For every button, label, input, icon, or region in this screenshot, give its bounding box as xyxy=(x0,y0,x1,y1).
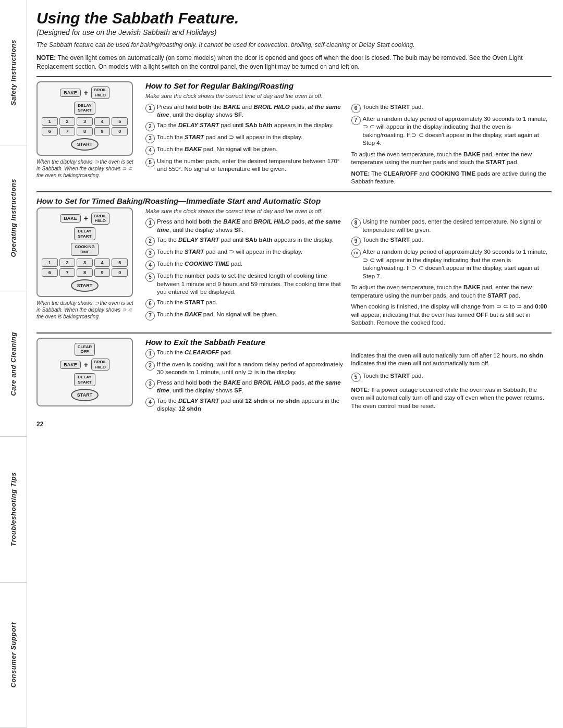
step-num-3-5: 5 xyxy=(351,373,361,382)
step3-1: 1 Touch the CLEAR/OFF pad. xyxy=(145,349,346,359)
section1: BAKE + BROILHI/LO DELAYSTART 1 2 3 4 5 6… xyxy=(36,76,552,186)
sidebar-label-troubleshooting: Troubleshooting Tips xyxy=(9,472,17,546)
step-num-1-7: 7 xyxy=(351,116,361,125)
section3-steps-left: 1 Touch the CLEAR/OFF pad. 2 If the oven… xyxy=(145,349,346,415)
plus-sign-3: + xyxy=(84,361,88,369)
step-num-2-9: 9 xyxy=(351,237,361,246)
step2-3: 3 Touch the START pad and ⊃ will appear … xyxy=(145,248,346,258)
step3-4: 4 Tap the DELAY START pad until 12 shdn … xyxy=(145,397,346,413)
delay-btn-3: DELAYSTART xyxy=(74,373,95,386)
step-num-3-4: 4 xyxy=(145,398,155,407)
step-text-2-5: Touch the number pads to set the desired… xyxy=(157,272,346,297)
num-6-2: 6 xyxy=(42,268,58,277)
step1-7: 7 After a random delay period of approxi… xyxy=(351,115,552,147)
num-0-1: 0 xyxy=(112,127,128,135)
broil-btn-3: BROILHI/LO xyxy=(91,359,109,371)
section3-right: How to Exit the Sabbath Feature 1 Touch … xyxy=(145,338,552,415)
oven-diagram-3: CLEAROFF BAKE + BROILHI/LO DELAYSTART ST… xyxy=(36,338,133,407)
delay-btn-2: DELAYSTART xyxy=(74,227,95,240)
numpad-2: 1 2 3 4 5 6 7 8 9 0 xyxy=(42,258,128,277)
num-8-1: 8 xyxy=(77,127,93,135)
step3-3: 3 Press and hold both the BAKE and BROIL… xyxy=(145,379,346,395)
section1-content: BAKE + BROILHI/LO DELAYSTART 1 2 3 4 5 6… xyxy=(36,81,552,186)
step-num-2-10: 10 xyxy=(351,249,361,258)
shdn-note: indicates that the oven will automatical… xyxy=(351,352,552,368)
step2-4: 4 Touch the COOKING TIME pad. xyxy=(145,260,346,270)
num-2-1: 2 xyxy=(59,117,76,126)
step1-1: 1 Press and hold both the BAKE and BROIL… xyxy=(145,103,346,119)
sidebar-label-consumer: Consumer Support xyxy=(9,622,17,688)
num-1-1: 1 xyxy=(42,117,58,126)
oven-diagram-1: BAKE + BROILHI/LO DELAYSTART 1 2 3 4 5 6… xyxy=(36,81,133,155)
step1-6: 6 Touch the START pad. xyxy=(351,103,552,113)
step-num-2-6: 6 xyxy=(145,299,155,309)
section3-content: CLEAROFF BAKE + BROILHI/LO DELAYSTART ST… xyxy=(36,338,552,415)
oven-diagram-2: BAKE + BROILHI/LO DELAYSTART COOKINGTIME… xyxy=(36,207,133,298)
step-text-3-3: Press and hold both the BAKE and BROIL H… xyxy=(157,379,346,395)
oven-top-row-1: BAKE + BROILHI/LO xyxy=(60,87,109,98)
section3: CLEAROFF BAKE + BROILHI/LO DELAYSTART ST… xyxy=(36,332,552,415)
step2-7: 7 Touch the BAKE pad. No signal will be … xyxy=(145,311,346,320)
step2-6: 6 Touch the START pad. xyxy=(145,299,346,309)
num-9-1: 9 xyxy=(94,127,111,135)
section3-steps-right: indicates that the oven will automatical… xyxy=(351,349,552,415)
section2-content: BAKE + BROILHI/LO DELAYSTART COOKINGTIME… xyxy=(36,207,552,327)
cooking-btn-2: COOKINGTIME xyxy=(71,243,98,256)
step-num-1-3: 3 xyxy=(145,134,155,143)
step3-5: 5 Touch the START pad. xyxy=(351,372,552,382)
section2-make-sure: Make sure the clock shows the correct ti… xyxy=(145,207,552,215)
step1-3: 3 Touch the START pad and ⊃ will appear … xyxy=(145,133,346,143)
sidebar-section-care: Care and Cleaning xyxy=(0,291,27,437)
adj-note-2: To adjust the oven temperature, touch th… xyxy=(351,283,552,300)
section1-steps-left: 1 Press and hold both the BAKE and BROIL… xyxy=(145,103,346,186)
note-text: NOTE: The oven light comes on automatica… xyxy=(36,54,552,71)
sidebar-section-safety: Safety Instructions xyxy=(0,0,27,145)
num-7-2: 7 xyxy=(59,268,76,277)
section3-heading: How to Exit the Sabbath Feature xyxy=(145,338,552,347)
broil-btn-1: BROILHI/LO xyxy=(91,87,109,98)
step-text-2-1: Press and hold both the BAKE and BROIL H… xyxy=(157,218,346,234)
adj-note-1: To adjust the oven temperature, touch th… xyxy=(351,151,552,167)
step-text-1-5: Using the number pads, enter the desired… xyxy=(157,157,346,174)
step-text-1-4: Touch the BAKE pad. No signal will be gi… xyxy=(157,145,346,154)
section2-steps: 1 Press and hold both the BAKE and BROIL… xyxy=(145,218,552,327)
step1-5: 5 Using the number pads, enter the desir… xyxy=(145,157,346,174)
step-text-1-1: Press and hold both the BAKE and BROIL H… xyxy=(157,103,346,119)
step-num-2-7: 7 xyxy=(145,311,155,320)
step-text-1-7: After a random delay period of approxima… xyxy=(363,115,552,147)
num-3-2: 3 xyxy=(77,258,93,267)
section1-left: BAKE + BROILHI/LO DELAYSTART 1 2 3 4 5 6… xyxy=(36,81,138,178)
num-9-2: 9 xyxy=(94,268,111,277)
step-text-1-2: Tap the DELAY START pad until SAb bAth a… xyxy=(157,121,346,130)
step2-2: 2 Tap the DELAY START pad until SAb bAth… xyxy=(145,236,346,246)
step-num-2-5: 5 xyxy=(145,273,155,282)
num-4-1: 4 xyxy=(94,117,111,126)
step-num-1-1: 1 xyxy=(145,104,155,113)
step-num-2-8: 8 xyxy=(351,218,361,228)
step-text-3-4: Tap the DELAY START pad until 12 shdn or… xyxy=(157,397,346,413)
num-5-1: 5 xyxy=(112,117,128,126)
step-num-2-2: 2 xyxy=(145,237,155,246)
oven-top-row-3: BAKE + BROILHI/LO xyxy=(60,359,109,371)
step-text-2-8: Using the number pads, enter the desired… xyxy=(363,218,552,234)
step2-10: 10 After a random delay period of approx… xyxy=(351,248,552,280)
main-content: Using the Sabbath Feature. (Designed for… xyxy=(27,0,563,728)
page-title: Using the Sabbath Feature. xyxy=(36,9,552,27)
step-text-3-5: Touch the START pad. xyxy=(363,372,552,380)
step-text-3-1: Touch the CLEAR/OFF pad. xyxy=(157,349,346,357)
step-num-2-1: 1 xyxy=(145,218,155,228)
power-note: NOTE: If a power outage occurred while t… xyxy=(351,386,552,411)
step-text-2-9: Touch the START pad. xyxy=(363,236,552,244)
step-num-3-1: 1 xyxy=(145,349,155,359)
bake-btn-3: BAKE xyxy=(60,361,81,369)
section2-heading: How to Set for Timed Baking/Roasting—Imm… xyxy=(36,196,552,205)
sidebar-section-consumer: Consumer Support xyxy=(0,583,27,728)
step1-2: 2 Tap the DELAY START pad until SAb bAth… xyxy=(145,121,346,131)
section2-steps-left: 1 Press and hold both the BAKE and BROIL… xyxy=(145,218,346,327)
sidebar-label-care: Care and Cleaning xyxy=(9,332,17,396)
step-text-2-4: Touch the COOKING TIME pad. xyxy=(157,260,346,268)
num-8-2: 8 xyxy=(77,268,93,277)
plus-sign-2: + xyxy=(84,214,88,223)
intro-text: The Sabbath feature can be used for baki… xyxy=(36,41,552,50)
section2-left: BAKE + BROILHI/LO DELAYSTART COOKINGTIME… xyxy=(36,207,138,320)
